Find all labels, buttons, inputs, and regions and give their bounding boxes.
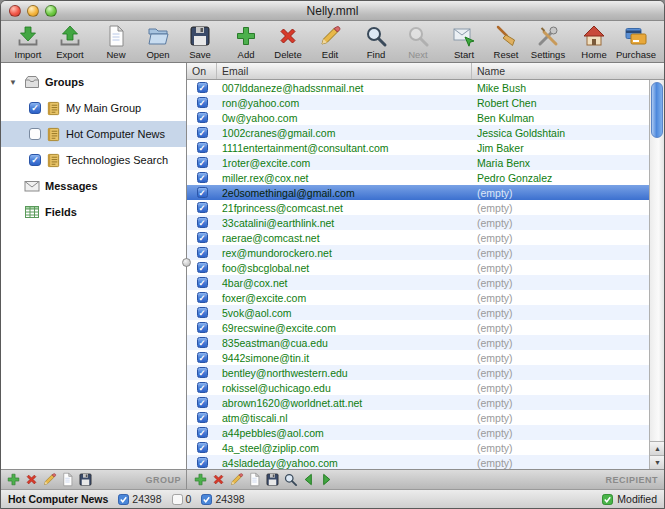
table-row[interactable]: ✓2e0somethingal@gmail.com(empty) xyxy=(187,185,664,200)
scrollbar-thumb[interactable] xyxy=(651,82,663,138)
row-checkbox[interactable]: ✓ xyxy=(197,157,208,168)
row-checkbox[interactable]: ✓ xyxy=(197,142,208,153)
table-row[interactable]: ✓rokissel@uchicago.edu(empty) xyxy=(187,380,664,395)
group-checkbox[interactable] xyxy=(29,128,41,140)
toolbar-button-export[interactable]: Export xyxy=(49,22,91,62)
row-checkbox[interactable]: ✓ xyxy=(197,127,208,138)
table-row[interactable]: ✓foxer@excite.com(empty) xyxy=(187,290,664,305)
toolbar-button-find[interactable]: Find xyxy=(355,22,397,62)
table-row[interactable]: ✓a44pebbles@aol.com(empty) xyxy=(187,425,664,440)
table-row[interactable]: ✓007lddaneze@hadssnmail.netMike Bush xyxy=(187,80,664,95)
zoom-button[interactable] xyxy=(45,5,57,17)
table-row[interactable]: ✓1002cranes@gmail.comJessica Goldshtain xyxy=(187,125,664,140)
toolbar-button-purchase[interactable]: Purchase xyxy=(615,22,657,62)
group-add-button[interactable] xyxy=(6,472,21,487)
sidebar-item-fields[interactable]: Fields xyxy=(1,199,186,225)
row-checkbox[interactable]: ✓ xyxy=(197,457,208,468)
row-checkbox[interactable]: ✓ xyxy=(197,97,208,108)
row-checkbox[interactable]: ✓ xyxy=(197,172,208,183)
table-row[interactable]: ✓4a_steel@ziplip.com(empty) xyxy=(187,440,664,455)
table-row[interactable]: ✓4bar@cox.net(empty) xyxy=(187,275,664,290)
group-new-button[interactable] xyxy=(60,472,75,487)
group-delete-button[interactable] xyxy=(24,472,39,487)
row-checkbox[interactable]: ✓ xyxy=(197,412,208,423)
column-header-on[interactable]: On xyxy=(187,63,217,79)
recipient-find-button[interactable] xyxy=(283,472,298,487)
row-checkbox[interactable]: ✓ xyxy=(197,367,208,378)
vertical-scrollbar[interactable]: ▲ ▼ xyxy=(649,80,664,469)
group-checkbox[interactable]: ✓ xyxy=(29,102,41,114)
recipient-prev-button[interactable] xyxy=(301,472,316,487)
row-checkbox[interactable]: ✓ xyxy=(197,352,208,363)
close-button[interactable] xyxy=(9,5,21,17)
row-checkbox[interactable]: ✓ xyxy=(197,292,208,303)
table-row[interactable]: ✓0w@yahoo.comBen Kulman xyxy=(187,110,664,125)
toolbar-button-next[interactable]: Next xyxy=(397,22,439,62)
sidebar-item-messages[interactable]: Messages xyxy=(1,173,186,199)
recipient-edit-button[interactable] xyxy=(229,472,244,487)
toolbar-button-edit[interactable]: Edit xyxy=(309,22,351,62)
table-row[interactable]: ✓69recswine@excite.com(empty) xyxy=(187,320,664,335)
splitter-handle[interactable] xyxy=(182,258,191,267)
toolbar-button-import[interactable]: Import xyxy=(7,22,49,62)
group-checkbox[interactable]: ✓ xyxy=(29,154,41,166)
toolbar-button-delete[interactable]: Delete xyxy=(267,22,309,62)
row-checkbox[interactable]: ✓ xyxy=(197,427,208,438)
recipient-new-button[interactable] xyxy=(247,472,262,487)
row-checkbox[interactable]: ✓ xyxy=(197,397,208,408)
table-row[interactable]: ✓foo@sbcglobal.net(empty) xyxy=(187,260,664,275)
table-row[interactable]: ✓raerae@comcast.net(empty) xyxy=(187,230,664,245)
toolbar-button-open[interactable]: Open xyxy=(137,22,179,62)
group-save-button[interactable] xyxy=(78,472,93,487)
toolbar-button-start[interactable]: Start xyxy=(443,22,485,62)
row-checkbox[interactable]: ✓ xyxy=(197,442,208,453)
table-row[interactable]: ✓rex@mundorockero.net(empty) xyxy=(187,245,664,260)
toolbar-button-home[interactable]: Home xyxy=(573,22,615,62)
row-checkbox[interactable]: ✓ xyxy=(197,187,208,198)
row-checkbox[interactable]: ✓ xyxy=(197,322,208,333)
row-checkbox[interactable]: ✓ xyxy=(197,232,208,243)
table-row[interactable]: ✓21fprincess@comcast.net(empty) xyxy=(187,200,664,215)
table-row[interactable]: ✓1111entertainment@consultant.comJim Bak… xyxy=(187,140,664,155)
recipient-save-button[interactable] xyxy=(265,472,280,487)
table-row[interactable]: ✓atm@tiscali.nl(empty) xyxy=(187,410,664,425)
scroll-up-button[interactable]: ▲ xyxy=(650,441,665,455)
toolbar-button-new[interactable]: New xyxy=(95,22,137,62)
toolbar-button-help[interactable]: ?Help xyxy=(661,22,665,62)
disclosure-triangle-icon[interactable]: ▼ xyxy=(9,78,19,87)
row-checkbox[interactable]: ✓ xyxy=(197,307,208,318)
toolbar-button-settings[interactable]: Settings xyxy=(527,22,569,62)
sidebar-group-my-main-group[interactable]: ✓My Main Group xyxy=(1,95,186,121)
toolbar-button-add[interactable]: Add xyxy=(225,22,267,62)
column-header-email[interactable]: Email xyxy=(217,63,472,79)
recipient-next-arrow-button[interactable] xyxy=(319,472,334,487)
row-checkbox[interactable]: ✓ xyxy=(197,262,208,273)
row-checkbox[interactable]: ✓ xyxy=(197,217,208,228)
table-row[interactable]: ✓bentley@northwestern.edu(empty) xyxy=(187,365,664,380)
table-row[interactable]: ✓1roter@excite.comMaria Benx xyxy=(187,155,664,170)
table-row[interactable]: ✓835eastman@cua.edu(empty) xyxy=(187,335,664,350)
row-checkbox[interactable]: ✓ xyxy=(197,337,208,348)
sidebar-group-technologies-search[interactable]: ✓Technologies Search xyxy=(1,147,186,173)
minimize-button[interactable] xyxy=(27,5,39,17)
row-checkbox[interactable]: ✓ xyxy=(197,112,208,123)
row-checkbox[interactable]: ✓ xyxy=(197,202,208,213)
group-edit-button[interactable] xyxy=(42,472,57,487)
table-row[interactable]: ✓5vok@aol.com(empty) xyxy=(187,305,664,320)
sidebar-groups-header[interactable]: ▼ Groups xyxy=(1,69,186,95)
scroll-down-button[interactable]: ▼ xyxy=(650,455,665,469)
sidebar-group-hot-computer-news[interactable]: Hot Computer News xyxy=(1,121,186,147)
table-row[interactable]: ✓a4sladeday@yahoo.com(empty) xyxy=(187,455,664,469)
row-checkbox[interactable]: ✓ xyxy=(197,382,208,393)
table-row[interactable]: ✓ron@yahoo.comRobert Chen xyxy=(187,95,664,110)
column-header-name[interactable]: Name xyxy=(472,63,664,79)
table-row[interactable]: ✓abrown1620@worldnet.att.net(empty) xyxy=(187,395,664,410)
row-checkbox[interactable]: ✓ xyxy=(197,277,208,288)
toolbar-button-save[interactable]: Save xyxy=(179,22,221,62)
row-checkbox[interactable]: ✓ xyxy=(197,247,208,258)
table-row[interactable]: ✓miller.rex@cox.netPedro Gonzalez xyxy=(187,170,664,185)
recipient-delete-button[interactable] xyxy=(211,472,226,487)
table-row[interactable]: ✓33catalini@earthlink.net(empty) xyxy=(187,215,664,230)
row-checkbox[interactable]: ✓ xyxy=(197,82,208,93)
toolbar-button-reset[interactable]: Reset xyxy=(485,22,527,62)
